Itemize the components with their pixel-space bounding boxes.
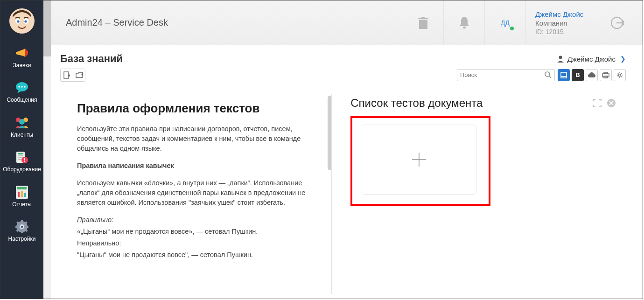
svg-rect-23 (21, 191, 23, 197)
svg-rect-52 (602, 74, 609, 77)
svg-point-4 (24, 20, 27, 22)
article-title: Правила оформления текстов (77, 101, 317, 116)
svg-point-3 (17, 20, 19, 22)
chevron-down-icon: ❯ (620, 55, 626, 63)
fullscreen-button[interactable] (592, 98, 602, 108)
users-icon (14, 116, 30, 130)
svg-rect-29 (26, 226, 28, 228)
user-info: Джеймс Джойс Компания ID: 12015 (526, 10, 601, 35)
svg-point-42 (559, 56, 562, 59)
svg-rect-53 (604, 72, 608, 74)
article-para-quotes: Используем кавычки «ёлочки», а внутри ни… (77, 178, 317, 208)
svg-point-7 (21, 86, 23, 88)
user-icon (556, 55, 565, 63)
nav-label: Оборудование (3, 166, 41, 173)
search-box[interactable] (457, 69, 555, 81)
view-mode-button[interactable] (558, 69, 570, 81)
new-folder-button[interactable] (73, 69, 85, 81)
svg-point-11 (19, 119, 25, 125)
svg-rect-50 (561, 72, 567, 78)
svg-point-6 (18, 86, 20, 88)
svg-point-39 (463, 26, 466, 28)
nav-item-equipment[interactable]: Оборудование (0, 145, 43, 179)
add-test-highlight (350, 116, 490, 206)
new-document-button[interactable] (61, 69, 73, 81)
svg-rect-19 (24, 161, 25, 162)
svg-rect-13 (18, 153, 23, 154)
svg-point-0 (9, 8, 35, 34)
svg-rect-14 (18, 155, 23, 156)
svg-rect-22 (18, 192, 20, 197)
svg-rect-27 (21, 230, 23, 233)
owner-name: Джеймс Джойс (567, 55, 616, 63)
sidebar: Заявки Сообщения Клиенты Оборудование От… (0, 0, 43, 299)
close-button[interactable] (606, 98, 616, 108)
equipment-icon (14, 150, 30, 164)
article-intro: Используйте эти правила при написании до… (77, 124, 317, 153)
article-incorrect-example: "Цыганы" мои не продаются вовсе", — сето… (77, 250, 317, 260)
nav-item-tickets[interactable]: Заявки (0, 41, 43, 75)
nav-item-settings[interactable]: Настройки (0, 214, 43, 249)
settings-button[interactable] (614, 69, 626, 81)
avatar[interactable] (9, 8, 35, 34)
nav-item-messages[interactable]: Сообщения (0, 75, 43, 110)
owner-selector[interactable]: Джеймс Джойс ❯ (556, 55, 626, 63)
print-button[interactable] (600, 69, 612, 81)
svg-rect-28 (15, 226, 18, 228)
gear-icon (14, 220, 30, 234)
svg-point-48 (545, 72, 550, 77)
nav-label: Отчеты (12, 201, 31, 208)
svg-rect-16 (18, 159, 21, 160)
nav-item-clients[interactable]: Клиенты (0, 110, 43, 145)
article-section-heading: Правила написания кавычек (77, 161, 317, 171)
trash-button[interactable] (403, 0, 444, 45)
megaphone-icon (14, 46, 30, 60)
add-test-card[interactable] (362, 125, 476, 195)
page-title: База знаний (60, 53, 556, 65)
tests-pane-title: Список тестов документа (350, 97, 592, 110)
svg-line-49 (549, 76, 551, 78)
user-id: ID: 12015 (535, 28, 591, 35)
tests-pane: Список тестов документа (332, 87, 626, 299)
svg-point-8 (24, 86, 26, 88)
header: Admin24 – Service Desk ДД Джеймс Джойс К… (43, 0, 643, 45)
nav-label: Заявки (13, 62, 31, 69)
svg-rect-24 (24, 193, 26, 197)
article-correct-example: «„Цыганы“ мои не продаются вовсе», — сет… (77, 227, 317, 237)
svg-point-55 (619, 74, 621, 76)
svg-rect-43 (64, 72, 69, 78)
user-name-link[interactable]: Джеймс Джойс (535, 10, 591, 18)
app-title: Admin24 – Service Desk (66, 17, 403, 28)
nav-label: Клиенты (11, 132, 33, 138)
article-incorrect-label: Неправильно: (77, 238, 317, 248)
svg-rect-26 (21, 220, 23, 223)
cloud-button[interactable] (586, 69, 598, 81)
blog-button[interactable]: B (572, 69, 584, 81)
online-indicator (510, 27, 514, 30)
nav-item-reports[interactable]: Отчеты (0, 180, 43, 214)
user-initials: ДД (501, 19, 510, 27)
bell-button[interactable] (444, 0, 485, 45)
search-input[interactable] (460, 71, 545, 78)
logout-button[interactable] (601, 0, 633, 45)
svg-rect-38 (421, 17, 425, 18)
nav-label: Сообщения (7, 97, 37, 103)
toolbar: B (43, 69, 643, 87)
svg-point-35 (21, 226, 23, 228)
svg-rect-36 (419, 20, 427, 29)
user-avatar-chip[interactable]: ДД (485, 0, 526, 45)
scrollbar-track[interactable] (43, 0, 51, 299)
reports-icon (14, 185, 30, 199)
article-pane: Правила оформления текстов Используйте э… (60, 87, 331, 299)
article-scrollbar[interactable] (328, 96, 331, 170)
subheader: База знаний Джеймс Джойс ❯ (43, 45, 643, 69)
search-icon (545, 71, 552, 78)
chat-icon (14, 81, 30, 95)
scrollbar-thumb[interactable] (43, 0, 51, 56)
content: Правила оформления текстов Используйте э… (43, 87, 643, 299)
svg-rect-18 (24, 158, 25, 160)
nav-label: Настройки (8, 236, 36, 242)
user-company: Компания (535, 19, 591, 27)
article-correct-label: Правильно: (77, 215, 317, 225)
plus-icon (410, 151, 428, 168)
